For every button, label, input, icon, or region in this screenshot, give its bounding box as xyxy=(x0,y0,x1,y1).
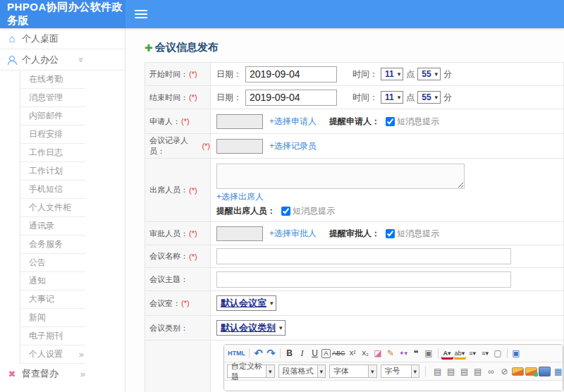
field-label: 出席人员：(*) xyxy=(145,159,211,221)
sidebar-item-memorabilia[interactable]: 大事记 xyxy=(20,290,85,309)
field-label-text: 结束时间： xyxy=(149,92,188,103)
meeting-name-input[interactable] xyxy=(216,248,511,264)
sidebar-item-mobile-sms[interactable]: 手机短信 xyxy=(20,180,85,199)
applicant-input[interactable] xyxy=(216,114,263,129)
date-label: 日期： xyxy=(216,68,242,80)
unlink-icon[interactable]: ⊘ xyxy=(498,365,510,378)
start-hour-select[interactable]: 11 xyxy=(381,68,403,80)
bold-button[interactable]: B xyxy=(283,347,295,360)
field-label: 会议主题： xyxy=(145,268,211,290)
paste-icon[interactable]: ▣ xyxy=(423,347,435,360)
sidebar-item-announcements[interactable]: 公告 xyxy=(20,254,85,272)
insert-media-icon[interactable] xyxy=(539,367,551,376)
attendees-sms-checkbox[interactable] xyxy=(281,207,290,216)
sidebar-item-work-plan[interactable]: 工作计划 xyxy=(20,162,85,180)
align-left-icon[interactable]: ▤ xyxy=(431,365,443,378)
dropdown-arrow-icon xyxy=(266,365,274,377)
blockquote-icon[interactable]: ❝ xyxy=(410,347,422,360)
unordered-list-icon[interactable]: ≡▾ xyxy=(479,347,491,360)
ordered-list-icon[interactable]: ≡▾ xyxy=(467,347,479,360)
sms-tip-label: 短消息提示 xyxy=(293,205,335,217)
attendees-remind-line: 提醒出席人员： 短消息提示 xyxy=(216,205,335,217)
form-row-meeting-subject: 会议主题： xyxy=(145,268,564,291)
strikethrough-button[interactable]: ABC xyxy=(331,347,346,360)
subscript-button[interactable]: X₂ xyxy=(360,347,372,360)
sidebar-item-schedule[interactable]: 日程安排 xyxy=(20,125,85,144)
approver-input[interactable] xyxy=(216,226,263,241)
attendees-textarea[interactable] xyxy=(216,164,465,189)
top-header: PHPOA协同办公软件政务版 xyxy=(0,0,564,28)
meeting-category-select[interactable]: 默认会议类别 xyxy=(216,320,286,336)
font-color-icon[interactable]: A▾ xyxy=(441,347,453,360)
applicant-sms-checkbox[interactable] xyxy=(386,117,395,126)
approver-sms-checkbox[interactable] xyxy=(386,229,395,238)
sidebar-item-supervision[interactable]: 督查督办 xyxy=(0,364,125,384)
redo-icon[interactable]: ↷ xyxy=(265,347,277,360)
new-document-icon[interactable]: ▢ xyxy=(492,347,504,360)
editor-content-area[interactable] xyxy=(224,381,563,391)
field-label: 会议记录人员：(*) xyxy=(145,134,211,158)
select-applicant-link[interactable]: +选择申请人 xyxy=(269,116,317,128)
field-value: 默认会议室 xyxy=(211,291,563,315)
link-icon[interactable]: ∞ xyxy=(485,365,497,378)
main-content: 会议信息发布 开始时间：(*) 日期： 时间： 11 点 55 分 结束时间：(… xyxy=(125,28,564,392)
upload-image-icon[interactable] xyxy=(525,367,537,376)
sidebar-item-meeting-services[interactable]: 会务服务 xyxy=(20,235,85,254)
font-size-select[interactable]: 字号 xyxy=(381,365,420,378)
sidebar-item-personal-office[interactable]: 个人办公 xyxy=(0,49,125,71)
sidebar-item-notices[interactable]: 通知 xyxy=(20,272,85,290)
eraser-icon[interactable]: ◪ xyxy=(372,347,384,360)
char-border-button[interactable]: A xyxy=(321,349,331,358)
sidebar-item-news[interactable]: 新闻 xyxy=(20,309,85,327)
custom-title-select[interactable]: 自定义标题 xyxy=(227,365,275,378)
html-source-button[interactable]: HTML xyxy=(227,347,246,360)
sidebar-item-internal-mail[interactable]: 内部邮件 xyxy=(20,107,85,125)
sidebar-item-online-attendance[interactable]: 在线考勤 xyxy=(20,71,85,89)
sidebar-item-personal-file-cabinet[interactable]: 个人文件柜 xyxy=(20,199,85,217)
sms-tip-label: 短消息提示 xyxy=(397,116,439,128)
align-right-icon[interactable]: ▤ xyxy=(458,365,470,378)
sidebar-item-personal-settings[interactable]: 个人设置 xyxy=(20,345,85,364)
sidebar-item-work-log[interactable]: 工作日志 xyxy=(20,144,85,162)
font-family-select[interactable]: 字体 xyxy=(329,365,377,378)
required-mark: (*) xyxy=(202,142,210,150)
chevron-double-down-icon xyxy=(76,57,87,62)
align-justify-icon[interactable]: ▤ xyxy=(472,365,484,378)
sidebar-item-contacts[interactable]: 通讯录 xyxy=(20,217,85,235)
field-value: HTML↶↷BIUAABCX²X₂◪✎✦▾❝▣A▾ab▾≡▾≡▾▢▣ 自定义标题… xyxy=(211,341,564,392)
end-date-input[interactable] xyxy=(245,90,337,106)
select-attendees-link[interactable]: +选择出席人 xyxy=(216,191,264,203)
remind-approver-label: 提醒审批人： xyxy=(329,228,380,240)
underline-button[interactable]: U xyxy=(309,347,321,360)
paragraph-format-select[interactable]: 段落格式 xyxy=(278,365,326,378)
end-hour-select[interactable]: 11 xyxy=(381,91,403,104)
select-approver-link[interactable]: +选择审批人 xyxy=(269,228,317,240)
attendees-link-line: +选择出席人 xyxy=(216,191,264,203)
meeting-room-select[interactable]: 默认会议室 xyxy=(216,295,276,311)
highlight-color-icon[interactable]: ab▾ xyxy=(454,347,466,360)
dropdown-arrow-icon xyxy=(317,365,326,377)
superscript-button[interactable]: X² xyxy=(347,347,359,360)
sidebar-item-personal-desktop[interactable]: 个人桌面 xyxy=(0,28,125,49)
sidebar-item-message-management[interactable]: 消息管理 xyxy=(20,89,85,107)
align-center-icon[interactable]: ▤ xyxy=(445,365,457,378)
sidebar: 个人桌面 个人办公 在线考勤消息管理内部邮件日程安排工作日志工作计划手机短信个人… xyxy=(0,28,125,392)
insert-image-icon[interactable] xyxy=(512,367,524,376)
start-date-input[interactable] xyxy=(245,66,337,82)
undo-icon[interactable]: ↶ xyxy=(252,347,264,360)
user-icon xyxy=(6,55,18,65)
end-minute-select[interactable]: 55 xyxy=(417,91,441,104)
recorder-input[interactable] xyxy=(216,139,263,154)
start-minute-select[interactable]: 55 xyxy=(417,68,441,80)
autoformat-icon[interactable]: ✦▾ xyxy=(398,347,410,360)
sidebar-item-label: 个人办公 xyxy=(22,54,59,66)
insert-table-icon[interactable]: ▦ xyxy=(552,365,563,378)
select-recorder-link[interactable]: +选择记录员 xyxy=(269,140,317,152)
sidebar-item-e-journal[interactable]: 电子期刊 xyxy=(20,327,85,345)
meeting-subject-input[interactable] xyxy=(216,271,511,288)
hamburger-icon[interactable] xyxy=(135,10,147,18)
clean-format-icon[interactable]: ✎ xyxy=(385,347,397,360)
field-label-text: 会议记录人员： xyxy=(149,135,201,157)
italic-button[interactable]: I xyxy=(296,347,308,360)
fullscreen-icon[interactable]: ▣ xyxy=(510,347,522,360)
